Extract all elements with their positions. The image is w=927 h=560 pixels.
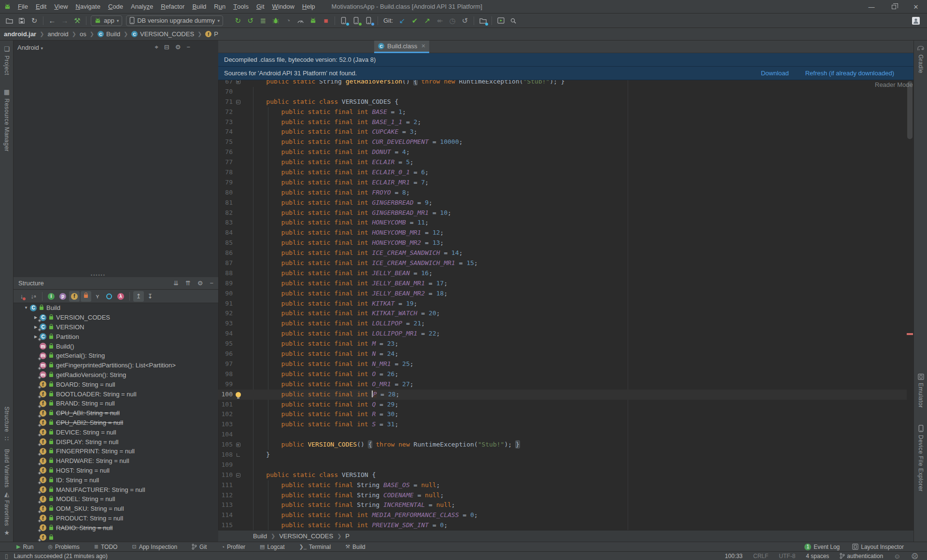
- rerun-app-icon[interactable]: ↻: [232, 15, 244, 27]
- line-number[interactable]: 110: [218, 470, 233, 480]
- show-anonymous-classes-icon[interactable]: ʏ: [92, 291, 103, 302]
- line-number[interactable]: 108: [218, 450, 233, 460]
- settings-gear-icon[interactable]: ⚙: [175, 43, 181, 51]
- line-number[interactable]: 104: [218, 430, 233, 440]
- structure-item-getserial[interactable]: mgetSerial(): String: [14, 351, 218, 361]
- line-number[interactable]: 82: [218, 208, 233, 218]
- collapse-all-icon[interactable]: ⇈: [185, 280, 191, 287]
- line-number[interactable]: 102: [218, 409, 233, 420]
- tool-stripe-resource-manager[interactable]: ▦Resource Manager: [0, 88, 14, 152]
- run-tasks-icon[interactable]: ≣: [257, 15, 269, 27]
- hide-panel-icon[interactable]: −: [186, 43, 190, 51]
- line-number[interactable]: 83: [218, 218, 233, 228]
- show-objects-icon[interactable]: [104, 291, 114, 302]
- menu-code[interactable]: Code: [104, 0, 127, 14]
- profile-icon[interactable]: [295, 15, 307, 27]
- save-all-icon[interactable]: [15, 15, 28, 27]
- structure-item-cpu_abi2[interactable]: fCPU_ABI2: String = null: [14, 418, 218, 428]
- git-commit-icon[interactable]: ✔: [408, 15, 421, 27]
- structure-item-bootloader[interactable]: fBOOTLOADER: String = null: [14, 389, 218, 399]
- forward-icon[interactable]: →: [58, 15, 71, 27]
- structure-item-version_codes[interactable]: ▶CVERSION_CODES: [14, 313, 218, 322]
- menu-window[interactable]: Window: [268, 0, 298, 14]
- project-view-selector[interactable]: Android ▾: [17, 44, 43, 51]
- run-toolwindow-button[interactable]: ▶Run: [16, 544, 33, 550]
- tab-close-icon[interactable]: ✕: [421, 43, 425, 49]
- path-crumb-p[interactable]: fP: [205, 30, 218, 38]
- download-link[interactable]: Download: [761, 70, 789, 77]
- line-number[interactable]: 89: [218, 279, 233, 289]
- logcat-toolwindow-button[interactable]: ▤Logcat: [260, 544, 284, 550]
- device-select[interactable]: DB version upgrade dummy▾: [126, 15, 223, 26]
- panel-splitter-handle[interactable]: ••••••: [14, 273, 218, 277]
- line-number[interactable]: 91: [218, 299, 233, 309]
- chevron-down-icon[interactable]: ▼: [22, 306, 30, 310]
- line-number[interactable]: 96: [218, 349, 233, 359]
- project-structure-icon[interactable]: [477, 15, 489, 27]
- maximize-button-icon[interactable]: [883, 0, 905, 14]
- git-revert-icon[interactable]: ↺: [459, 15, 471, 27]
- line-number[interactable]: 98: [218, 369, 233, 379]
- apply-code-changes-icon[interactable]: ↺: [244, 15, 257, 27]
- line-number[interactable]: 77: [218, 157, 233, 168]
- structure-item-build[interactable]: mBuild(): [14, 341, 218, 351]
- refresh-link[interactable]: Refresh (if already downloaded): [805, 70, 894, 77]
- line-number[interactable]: 95: [218, 339, 233, 349]
- line-number[interactable]: 73: [218, 117, 233, 127]
- show-properties-icon[interactable]: p: [57, 291, 68, 302]
- line-number[interactable]: 87: [218, 258, 233, 268]
- fold-end-icon[interactable]: [233, 450, 243, 460]
- run-anything-icon[interactable]: [494, 15, 507, 27]
- tab-build-class[interactable]: C Build.class ✕: [374, 41, 429, 53]
- sort-by-visibility-icon[interactable]: ↓: [16, 291, 27, 302]
- structure-item-manufacturer[interactable]: fMANUFACTURER: String = null: [14, 485, 218, 494]
- structure-item-fingerprint[interactable]: fFINGERPRINT: String = null: [14, 447, 218, 456]
- editor-crumb-build[interactable]: Build: [253, 532, 267, 540]
- menu-view[interactable]: View: [50, 0, 71, 14]
- line-number[interactable]: 112: [218, 490, 233, 501]
- structure-item-radio[interactable]: fRADIO: String = null: [14, 523, 218, 532]
- sync-icon[interactable]: ↻: [28, 15, 41, 27]
- line-number[interactable]: 109: [218, 460, 233, 470]
- line-number[interactable]: 94: [218, 329, 233, 339]
- git-push-icon[interactable]: ↗: [421, 15, 434, 27]
- settings-gear-icon[interactable]: ⚙: [197, 280, 203, 287]
- line-number[interactable]: 103: [218, 420, 233, 430]
- line-number[interactable]: 101: [218, 400, 233, 410]
- structure-item[interactable]: f: [14, 532, 218, 542]
- line-number[interactable]: 80: [218, 188, 233, 198]
- line-number[interactable]: 111: [218, 480, 233, 490]
- show-fields-icon[interactable]: f: [69, 291, 80, 302]
- tool-stripe-emulator[interactable]: Emulator: [914, 374, 927, 408]
- structure-item-id[interactable]: fID: String = null: [14, 475, 218, 485]
- line-number[interactable]: 99: [218, 379, 233, 390]
- path-crumb-version_codes[interactable]: CVERSION_CODES: [131, 30, 194, 38]
- sort-alphabetically-icon[interactable]: ↓a: [28, 291, 39, 302]
- fold-collapse-icon[interactable]: −: [233, 97, 243, 107]
- git-update-icon[interactable]: ↙: [396, 15, 408, 27]
- back-icon[interactable]: ←: [46, 15, 58, 27]
- structure-item-brand[interactable]: fBRAND: String = null: [14, 399, 218, 408]
- line-number[interactable]: 72: [218, 107, 233, 117]
- minimize-button-icon[interactable]: —: [860, 0, 883, 14]
- git-toolwindow-button[interactable]: Git: [192, 544, 207, 550]
- autoscroll-from-source-icon[interactable]: ↧: [145, 291, 155, 302]
- structure-item-host[interactable]: fHOST: String = null: [14, 466, 218, 476]
- build-toolwindow-button[interactable]: ⚒Build: [345, 544, 365, 550]
- encoding-indicator[interactable]: UTF-8: [779, 553, 795, 560]
- git-branch-indicator[interactable]: authentication: [840, 553, 883, 560]
- search-everywhere-icon[interactable]: [507, 15, 520, 27]
- git-history-icon[interactable]: ◷: [446, 15, 459, 27]
- line-number[interactable]: 75: [218, 137, 233, 147]
- tool-stripe-structure[interactable]: Structure∷: [0, 406, 14, 442]
- run-config-select[interactable]: app▾: [91, 15, 122, 26]
- git-rollback-icon[interactable]: ↞: [434, 15, 446, 27]
- menu-edit[interactable]: Edit: [32, 0, 50, 14]
- tool-stripe-build-variants[interactable]: Build Variants◭: [0, 449, 14, 498]
- code-editor[interactable]: 67+ public static String getRadioVersion…: [218, 77, 907, 531]
- line-number[interactable]: 100: [218, 390, 233, 400]
- line-number[interactable]: 97: [218, 359, 233, 369]
- line-number[interactable]: 93: [218, 319, 233, 329]
- collapse-all-icon[interactable]: ⊟: [164, 43, 169, 51]
- line-number[interactable]: 76: [218, 147, 233, 157]
